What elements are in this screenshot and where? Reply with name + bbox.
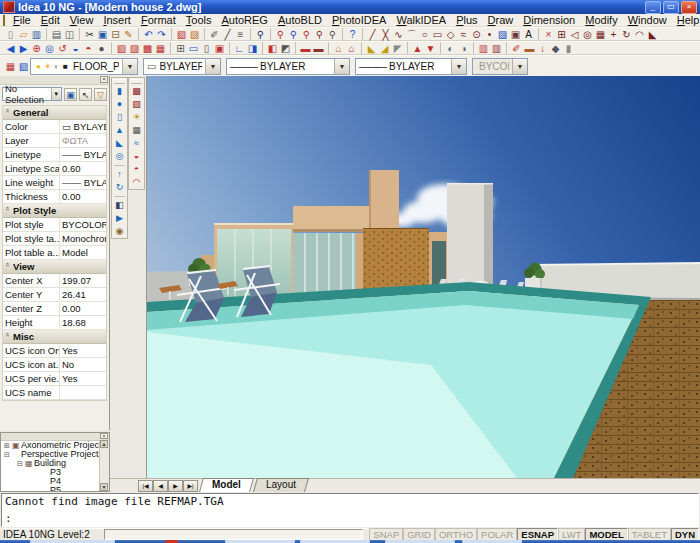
prop-linetype[interactable]: Linetype —— BYLAYER — [3, 148, 106, 162]
tab-prev-button[interactable]: ◀ — [153, 480, 168, 492]
toolbar-icon[interactable] — [204, 28, 205, 40]
move-tool[interactable]: + — [607, 28, 620, 41]
layout-tab[interactable]: Layout — [253, 478, 309, 492]
block-tool[interactable]: ▣ — [509, 28, 522, 41]
toolbar-icon[interactable] — [473, 42, 474, 54]
menu-item[interactable]: Window — [623, 14, 672, 26]
drawing-viewport[interactable] — [146, 76, 700, 478]
ellipse-tool[interactable]: ⊙ — [470, 28, 483, 41]
view-next-button[interactable]: ▶ — [17, 42, 30, 55]
layer-states-button[interactable]: ▧ — [17, 60, 30, 73]
match-properties-button[interactable]: ✎ — [122, 28, 135, 41]
menu-item[interactable]: WalkIDEA — [391, 14, 451, 26]
walk-tool[interactable]: ▶ — [112, 212, 127, 225]
chamfer-tool[interactable]: ◣ — [646, 28, 659, 41]
eraser-2-button[interactable]: ◑ — [457, 42, 470, 55]
materials-button[interactable]: ▦ — [129, 124, 144, 137]
layer-tool-2-button[interactable]: ▨ — [188, 28, 201, 41]
regen-button[interactable]: ● — [95, 42, 108, 55]
toolbar-icon[interactable] — [170, 42, 171, 54]
prop-plot-style-table[interactable]: Plot style ta... Monochrome.ctb — [3, 232, 106, 246]
chevron-down-icon[interactable]: ▼ — [122, 59, 137, 74]
table-button[interactable]: ⊞ — [174, 42, 187, 55]
erase-tool[interactable]: × — [542, 28, 555, 41]
menu-item[interactable]: Help — [672, 14, 700, 26]
toolbar-icon[interactable] — [138, 28, 139, 40]
tree-item-perspective-projections[interactable]: ⊟ Perspective Projections — [1, 450, 109, 459]
quick-select-button[interactable]: ▽ — [94, 88, 107, 101]
toolbar-icon[interactable] — [250, 28, 251, 40]
toolbar-icon[interactable] — [79, 28, 80, 40]
door-tool-button[interactable]: ⌂ — [332, 42, 345, 55]
roof-up-button[interactable]: ▲ — [411, 42, 424, 55]
chimney-button[interactable]: ▮ — [562, 42, 575, 55]
property-value[interactable]: Yes — [60, 372, 106, 385]
menu-item[interactable]: Modify — [580, 14, 622, 26]
measure-button[interactable]: ≡ — [234, 28, 247, 41]
orbit-button[interactable]: ◎ — [43, 42, 56, 55]
rotate-tool[interactable]: ↻ — [620, 28, 633, 41]
help-button[interactable]: ? — [346, 28, 359, 41]
section-view[interactable]: « View — [3, 260, 106, 274]
prop-linetype-scale[interactable]: Linetype Scale 0.60 — [3, 162, 106, 176]
toolbar-icon[interactable] — [328, 42, 329, 54]
tree-item-p4[interactable]: P4 — [1, 477, 109, 486]
chevron-down-icon[interactable]: ▼ — [51, 88, 61, 100]
ucs-world-button[interactable]: ◨ — [246, 42, 259, 55]
view-previous-button[interactable]: ◀ — [4, 42, 17, 55]
tab-next-button[interactable]: ▶ — [168, 480, 183, 492]
copy-object-tool[interactable]: ⊞ — [555, 28, 568, 41]
copy-button[interactable]: ▣ — [96, 28, 109, 41]
toolbar-icon[interactable] — [111, 42, 112, 54]
toolbar-icon[interactable] — [361, 42, 362, 54]
toolbar-icon[interactable] — [114, 196, 125, 197]
model-tab[interactable]: Model — [199, 478, 254, 492]
linetype-combo[interactable]: ——— BYLAYER ▼ — [226, 58, 350, 75]
tab-first-button[interactable]: |◀ — [138, 480, 153, 492]
text-tool[interactable]: A — [522, 28, 535, 41]
render-button[interactable]: ◓ — [82, 42, 95, 55]
arc-tool[interactable]: ⌒ — [405, 28, 418, 41]
close-button[interactable]: × — [681, 1, 697, 14]
prop-ucs-icon-at[interactable]: UCS icon at... No — [3, 358, 106, 372]
solid-torus-tool[interactable]: ◎ — [112, 150, 127, 163]
sheet-button[interactable]: ◧ — [266, 42, 279, 55]
toolbar-icon[interactable] — [114, 165, 125, 166]
construction-line-tool[interactable]: ╳ — [379, 28, 392, 41]
solid-cone-tool[interactable]: ▲ — [112, 124, 127, 137]
brick-button[interactable]: ▬ — [523, 42, 536, 55]
slope-tool-button[interactable]: ◣ — [365, 42, 378, 55]
property-value[interactable]: No — [60, 358, 106, 371]
property-value[interactable]: ΦΩΤΑ — [60, 134, 106, 147]
sketch-button[interactable]: ✐ — [208, 28, 221, 41]
print-preview-button[interactable]: ◫ — [63, 28, 76, 41]
wall-2-tool-button[interactable]: ▬ — [312, 42, 325, 55]
command-window[interactable]: Cannot find image file REFMAP.TGA: — [0, 492, 700, 528]
solid-cylinder-tool[interactable]: ▯ — [112, 111, 127, 124]
property-value[interactable]: 0.00 — [60, 302, 106, 315]
find-button[interactable]: ⚲ — [254, 28, 267, 41]
toolbar-icon[interactable] — [538, 28, 539, 40]
spline-tool[interactable]: ≈ — [457, 28, 470, 41]
render-small-tool[interactable]: ◉ — [112, 225, 127, 238]
menu-item[interactable]: Draw — [483, 14, 519, 26]
prop-lineweight[interactable]: Line weight —— BYLAYER — [3, 176, 106, 190]
minimize-button[interactable]: _ — [645, 1, 661, 14]
fillet-tool[interactable]: ◠ — [633, 28, 646, 41]
scroll-up-icon[interactable]: ▲ — [100, 440, 108, 448]
property-value[interactable]: ▭ BYLAYER — [60, 120, 106, 133]
toolbar-icon[interactable] — [407, 42, 408, 54]
property-value[interactable]: Yes — [60, 344, 106, 357]
layout-grid-button[interactable]: ▭ — [187, 42, 200, 55]
property-value[interactable]: 0.00 — [60, 190, 106, 203]
menu-item[interactable]: File — [8, 14, 36, 26]
layer-tool-button[interactable]: ▧ — [175, 28, 188, 41]
solid-sphere-tool[interactable]: ● — [112, 98, 127, 111]
color-combo[interactable]: ▭ BYLAYER ▼ — [143, 58, 221, 75]
menu-item[interactable]: Dimension — [518, 14, 580, 26]
eraser-button[interactable]: ◐ — [444, 42, 457, 55]
tab-last-button[interactable]: ▶| — [183, 480, 198, 492]
wall-tool-button[interactable]: ▬ — [299, 42, 312, 55]
menu-item[interactable]: AutoBLD — [273, 14, 327, 26]
image-quality-button[interactable]: ▦ — [154, 42, 167, 55]
